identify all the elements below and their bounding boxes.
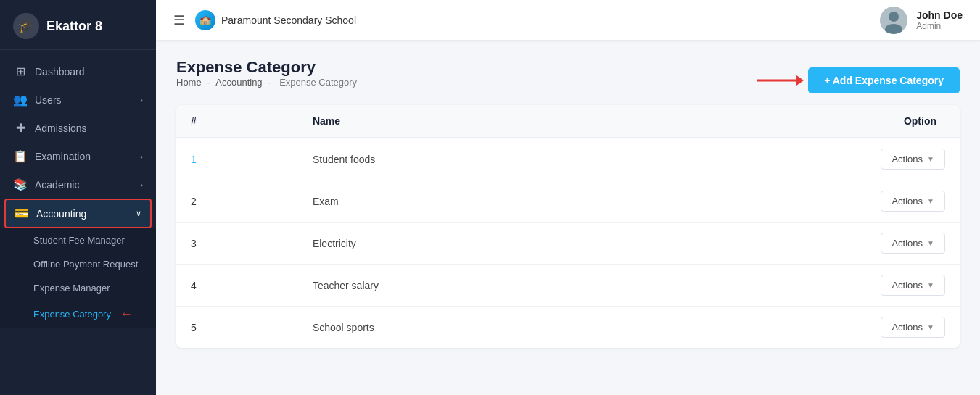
cell-number: 3 <box>176 223 298 265</box>
content-area: Expense Category Home - Accounting - Exp… <box>156 41 980 395</box>
actions-label: Actions <box>892 238 923 249</box>
cell-action: Actions ▼ <box>632 180 960 223</box>
col-option: Option <box>632 105 960 138</box>
actions-button[interactable]: Actions ▼ <box>881 233 945 254</box>
page-header: Expense Category Home - Accounting - Exp… <box>176 58 960 102</box>
cell-number: 5 <box>176 307 298 349</box>
expense-category-table: # Name Option 1 Student foods Actions ▼ … <box>176 105 960 348</box>
cell-name: Student foods <box>298 138 632 180</box>
cell-name: Teacher salary <box>298 265 632 307</box>
cell-number: 2 <box>176 180 298 223</box>
cell-name: School sports <box>298 307 632 349</box>
cell-action: Actions ▼ <box>632 265 960 307</box>
user-name: John Doe <box>916 9 963 21</box>
cell-number: 4 <box>176 265 298 307</box>
school-name: Paramount Secondary School <box>221 14 356 26</box>
sidebar-item-label: Dashboard <box>35 66 85 78</box>
breadcrumb-home[interactable]: Home <box>176 77 202 88</box>
chevron-down-icon: ▼ <box>927 281 934 289</box>
school-icon: 🏫 <box>195 10 215 30</box>
sidebar: 🎓 Ekattor 8 ⊞ Dashboard 👥 Users › ✚ Admi… <box>0 0 156 395</box>
table-header-row: # Name Option <box>176 105 960 138</box>
cell-action: Actions ▼ <box>632 223 960 265</box>
cell-name: Electricity <box>298 223 632 265</box>
main-area: ☰ 🏫 Paramount Secondary School John Doe … <box>156 0 980 395</box>
svg-point-1 <box>889 12 899 22</box>
hamburger-icon[interactable]: ☰ <box>173 12 185 28</box>
chevron-right-icon: › <box>140 180 143 189</box>
app-name: Ekattor 8 <box>46 19 102 34</box>
col-number: # <box>176 105 298 138</box>
chevron-down-icon: ∨ <box>136 209 141 218</box>
cell-action: Actions ▼ <box>632 138 960 180</box>
table-row: 2 Exam Actions ▼ <box>176 180 960 223</box>
actions-label: Actions <box>892 280 923 291</box>
logo-icon: 🎓 <box>13 13 39 39</box>
chevron-right-icon: › <box>140 152 143 161</box>
page-title: Expense Category <box>176 58 360 77</box>
topbar-right: John Doe Admin <box>880 7 963 34</box>
chevron-down-icon: ▼ <box>927 155 934 163</box>
sidebar-logo: 🎓 Ekattor 8 <box>0 0 156 50</box>
expense-category-table-card: # Name Option 1 Student foods Actions ▼ … <box>176 105 960 348</box>
table-row: 1 Student foods Actions ▼ <box>176 138 960 180</box>
cell-number: 1 <box>176 138 298 180</box>
chevron-down-icon: ▼ <box>927 197 934 205</box>
accounting-icon: 💳 <box>15 207 29 220</box>
actions-button[interactable]: Actions ▼ <box>881 275 945 296</box>
sidebar-item-examination[interactable]: 📋 Examination › <box>0 142 156 170</box>
add-expense-category-button[interactable]: + Add Expense Category <box>808 67 960 93</box>
topbar: ☰ 🏫 Paramount Secondary School John Doe … <box>156 0 980 41</box>
chevron-right-icon: › <box>140 96 143 104</box>
school-info: 🏫 Paramount Secondary School <box>195 10 356 30</box>
admissions-icon: ✚ <box>13 121 28 135</box>
avatar <box>880 7 907 34</box>
sidebar-item-student-fee-manager[interactable]: Student Fee Manager <box>0 228 156 252</box>
table-body: 1 Student foods Actions ▼ 2 Exam Actions… <box>176 138 960 348</box>
sidebar-item-accounting[interactable]: 💳 Accounting ∨ <box>4 199 152 228</box>
sidebar-item-academic[interactable]: 📚 Academic › <box>0 170 156 199</box>
sidebar-nav: ⊞ Dashboard 👥 Users › ✚ Admissions 📋 Exa… <box>0 50 156 395</box>
user-role: Admin <box>916 21 963 31</box>
user-info: John Doe Admin <box>916 9 963 31</box>
examination-icon: 📋 <box>13 149 28 163</box>
chevron-down-icon: ▼ <box>927 323 934 331</box>
actions-button[interactable]: Actions ▼ <box>881 191 945 212</box>
breadcrumb-accounting[interactable]: Accounting <box>215 77 262 88</box>
sidebar-item-dashboard[interactable]: ⊞ Dashboard <box>0 57 156 86</box>
actions-label: Actions <box>892 196 923 207</box>
sidebar-item-label: Users <box>35 94 62 106</box>
sidebar-item-label: Accounting <box>36 208 86 220</box>
breadcrumb-current: Expense Category <box>279 77 357 88</box>
sidebar-item-label: Academic <box>35 179 79 191</box>
red-arrow-indicator: ← <box>120 307 133 322</box>
accounting-subnav: Student Fee Manager Offline Payment Requ… <box>0 228 156 328</box>
table-row: 4 Teacher salary Actions ▼ <box>176 265 960 307</box>
table-row: 5 School sports Actions ▼ <box>176 307 960 349</box>
sidebar-item-users[interactable]: 👥 Users › <box>0 86 156 114</box>
users-icon: 👥 <box>13 93 28 107</box>
cell-name: Exam <box>298 180 632 223</box>
chevron-down-icon: ▼ <box>927 239 934 247</box>
breadcrumb: Home - Accounting - Expense Category <box>176 77 360 88</box>
sidebar-item-expense-manager[interactable]: Expense Manager <box>0 276 156 300</box>
sidebar-item-admissions[interactable]: ✚ Admissions <box>0 114 156 142</box>
cell-action: Actions ▼ <box>632 307 960 349</box>
sidebar-item-label: Examination <box>35 151 91 162</box>
actions-label: Actions <box>892 154 923 165</box>
dashboard-icon: ⊞ <box>13 65 28 78</box>
sidebar-item-expense-category[interactable]: Expense Category ← <box>0 300 156 328</box>
actions-label: Actions <box>892 322 923 333</box>
actions-button[interactable]: Actions ▼ <box>881 317 945 338</box>
academic-icon: 📚 <box>13 178 28 191</box>
sidebar-item-label: Admissions <box>35 122 87 134</box>
table-row: 3 Electricity Actions ▼ <box>176 223 960 265</box>
col-name: Name <box>298 105 632 138</box>
sidebar-item-offline-payment-request[interactable]: Offline Payment Request <box>0 252 156 276</box>
actions-button[interactable]: Actions ▼ <box>881 149 945 170</box>
